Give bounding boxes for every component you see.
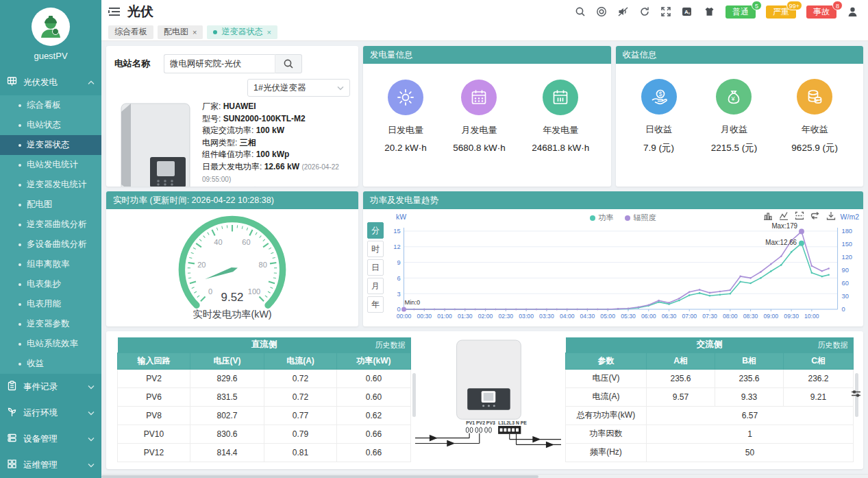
table-row: PV8802.70.770.62	[118, 406, 411, 425]
svg-text:12: 12	[393, 243, 400, 250]
vertical-scrollbar-thumb[interactable]	[412, 373, 416, 417]
time-tab-日[interactable]: 日	[367, 259, 384, 276]
stat-label: 年发电量	[532, 124, 589, 136]
theme-icon[interactable]	[704, 6, 715, 17]
money-bag-icon: ¥	[716, 79, 752, 115]
sidebar-subitem-电站系统效率[interactable]: 电站系统效率	[0, 334, 101, 354]
tab-label: 配电图	[164, 26, 188, 38]
table-cell: 50	[647, 443, 854, 462]
detail-value: 三相	[240, 138, 256, 147]
sidebar-item-设备管理[interactable]: 设备管理	[0, 426, 101, 452]
time-tab-分[interactable]: 分	[367, 222, 384, 239]
sidebar-item-事件记录[interactable]: 事件记录	[0, 374, 101, 400]
bullet-icon	[18, 144, 21, 147]
close-icon[interactable]: ×	[266, 28, 271, 36]
table-cell: 0.72	[264, 369, 337, 387]
time-tab-月[interactable]: 月	[367, 278, 384, 294]
tab-逆变器状态[interactable]: 逆变器状态×	[207, 25, 277, 39]
main-area: 光伏 Ax普通5严重99+事故8 综合看板配电图×逆变器状态× 电站名称 1#光…	[101, 0, 868, 478]
sidebar-subitem-逆变器曲线分析[interactable]: 逆变器曲线分析	[0, 215, 101, 235]
table-cell: 功率因数	[566, 425, 647, 443]
restore-icon[interactable]	[810, 211, 820, 220]
alarm-button-事故[interactable]: 事故8	[806, 5, 836, 19]
station-search-button[interactable]	[275, 54, 302, 73]
tab-配电图[interactable]: 配电图×	[158, 25, 203, 39]
svg-text:x: x	[689, 11, 691, 15]
alarm-button-严重[interactable]: 严重99+	[766, 5, 796, 19]
fullscreen-icon[interactable]	[660, 6, 671, 17]
content: 电站名称 1#光伏逆变器 厂家: HUAWEI型号: SUN2000-100KT…	[101, 41, 868, 474]
alarm-count-badge: 5	[752, 1, 762, 10]
sidebar-subitem-组串离散率[interactable]: 组串离散率	[0, 254, 101, 274]
sidebar-item-label: 运行环境	[23, 407, 58, 419]
sidebar-item-运维管理[interactable]: 运维管理	[0, 452, 101, 478]
ac_table-history-link[interactable]: 历史数据	[818, 337, 848, 352]
bullet-icon	[18, 224, 21, 226]
stat-label: 月发电量	[453, 124, 506, 136]
line-chart-icon[interactable]	[779, 211, 789, 220]
sidebar-subitem-电表集抄[interactable]: 电表集抄	[0, 274, 101, 294]
sidebar-subitem-综合看板[interactable]: 综合看板	[0, 95, 101, 115]
inverter-select[interactable]: 1#光伏逆变器	[247, 79, 350, 97]
zoom-box-icon[interactable]	[795, 211, 804, 220]
time-tab-时[interactable]: 时	[367, 241, 384, 257]
svg-text:09:30: 09:30	[784, 313, 799, 320]
sidebar-user-block: guestPV	[0, 0, 101, 65]
close-icon[interactable]: ×	[193, 28, 197, 36]
sidebar-subitem-多设备曲线分析[interactable]: 多设备曲线分析	[0, 235, 101, 254]
horizontal-scrollbar[interactable]	[101, 474, 868, 478]
pv-grid-icon	[7, 76, 17, 88]
ac_table-title-cell: 交流侧历史数据	[566, 337, 854, 352]
download-icon[interactable]	[826, 211, 836, 220]
sidebar-subitem-逆变器参数[interactable]: 逆变器参数	[0, 314, 101, 334]
sidebar-subitem-电表用能[interactable]: 电表用能	[0, 294, 101, 314]
svg-text:15: 15	[393, 227, 400, 235]
sidebar-subitem-label: 多设备曲线分析	[27, 239, 87, 250]
sidebar-subitem-label: 逆变器参数	[27, 318, 70, 330]
sidebar-subitem-逆变器状态[interactable]: 逆变器状态	[0, 135, 101, 155]
app-root: guestPV 光伏发电综合看板电站状态逆变器状态电站发电统计逆变器发电统计配电…	[0, 0, 868, 478]
tab-label: 逆变器状态	[221, 26, 262, 38]
translate-icon[interactable]: Ax	[682, 6, 693, 17]
dc_table-history-link[interactable]: 历史数据	[375, 337, 406, 352]
sidebar-subitem-电站发电统计[interactable]: 电站发电统计	[0, 155, 101, 175]
chevron-up-icon	[88, 77, 95, 87]
sidebar-subitem-配电图[interactable]: 配电图	[0, 195, 101, 215]
alarm-count-badge: 99+	[786, 1, 802, 10]
svg-text:100: 100	[248, 287, 260, 296]
detail-value: HUAWEI	[223, 101, 256, 111]
mute-icon[interactable]	[617, 6, 629, 17]
svg-text:01:30: 01:30	[458, 313, 473, 320]
tab-综合看板[interactable]: 综合看板	[108, 25, 153, 39]
horizontal-scrollbar-thumb[interactable]	[101, 475, 538, 478]
collapse-menu-icon[interactable]	[108, 7, 121, 16]
table-cell: 0.60	[337, 369, 411, 387]
bar-chart-icon[interactable]	[763, 211, 773, 220]
sun-icon	[388, 80, 423, 115]
column-settings-handle[interactable]	[851, 389, 861, 401]
search-icon[interactable]	[575, 6, 586, 17]
detail-row: 组件峰值功率: 100 kWp	[202, 149, 350, 161]
chevron-down-icon	[88, 460, 95, 470]
revenue-stat-日收益: $日收益7.9 (元)	[641, 79, 677, 154]
sidebar-item-运行环境[interactable]: 运行环境	[0, 400, 101, 426]
svg-text:9.52: 9.52	[221, 291, 244, 304]
dc-ac-panel: 直流侧历史数据输入回路电压(V)电流(A)功率(kW)PV2829.60.720…	[106, 331, 863, 469]
station-name-input[interactable]	[164, 54, 275, 73]
svg-text:06:30: 06:30	[662, 313, 677, 320]
sidebar-subitem-电站状态[interactable]: 电站状态	[0, 115, 101, 135]
sidebar-item-光伏发电[interactable]: 光伏发电	[0, 69, 101, 95]
alarm-button-普通[interactable]: 普通5	[726, 5, 756, 19]
target-icon[interactable]	[596, 6, 607, 17]
sidebar-item-label: 事件记录	[23, 381, 58, 393]
sidebar: guestPV 光伏发电综合看板电站状态逆变器状态电站发电统计逆变器发电统计配电…	[0, 0, 101, 478]
refresh-icon[interactable]	[639, 6, 650, 17]
sidebar-subitem-逆变器发电统计[interactable]: 逆变器发电统计	[0, 175, 101, 195]
sidebar-subitem-收益[interactable]: 收益	[0, 354, 101, 374]
table-cell: 829.6	[190, 369, 264, 387]
calendar-month-icon	[461, 80, 497, 115]
tab-bar: 综合看板配电图×逆变器状态×	[101, 23, 868, 41]
user-icon[interactable]	[847, 6, 858, 18]
time-tab-年[interactable]: 年	[367, 296, 384, 313]
avatar[interactable]	[32, 8, 70, 46]
